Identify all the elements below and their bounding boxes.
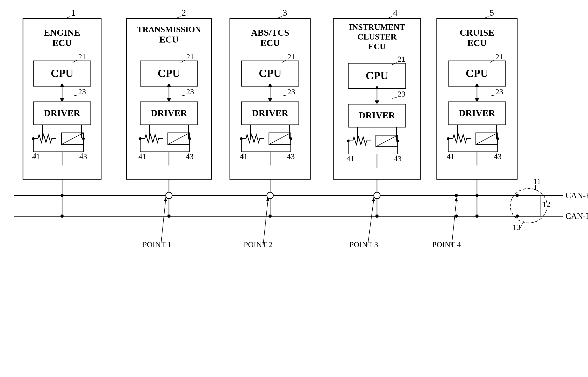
svg-line-22 [490,95,494,96]
ecu3-title1: ABS/TCS [251,27,289,38]
ecu1-canh-dot [60,194,64,197]
point3-label: POINT 3 [349,240,378,249]
ecu2-ref23: 23 [186,87,194,96]
ecu4-ref23: 23 [398,90,405,98]
ecu1-ref43: 43 [79,152,87,161]
ecu4-resistor [348,137,371,145]
svg-line-2 [73,95,77,96]
point3-arrow [368,201,374,245]
ecu3-title2: ECU [260,38,280,48]
can-h-label: CAN-H [565,191,588,200]
svg-line-12 [282,95,286,96]
ecu4-canl-dot [375,214,379,218]
ecu3-driver-label: DRIVER [252,108,288,118]
ecu5-ref21: 21 [495,52,503,61]
ref11-label: 11 [533,177,541,186]
ecu5-driver-label: DRIVER [459,108,495,118]
ecu1-ref41: 41 [32,152,40,161]
ecu2-cpu-label: CPU [158,67,180,79]
ecu4-res-dot-r [396,140,399,142]
svg-line-17 [392,97,397,98]
ecu3-resistor [241,134,264,142]
ecu3-ref41: 41 [240,152,247,161]
ecu4-arrow-up [375,85,379,89]
ecu5-title1: CRUISE [459,27,494,38]
ecu5-cpu-label: CPU [466,67,488,79]
ecu1-resistor [33,134,56,142]
ecu4-trans-diag [376,135,398,147]
ecu2-canl-dot [167,214,171,218]
ecu4-title3: ECU [368,42,386,51]
point4-arrowhead [455,197,458,201]
ecu1-canl-dot [60,214,64,218]
ecu3-arrow-up [268,83,272,87]
ecu5-canl-dot [475,214,479,218]
ecu5-ref: 5 [490,8,494,17]
point4-label: POINT 4 [432,240,461,249]
ecu2-ref41: 41 [138,152,146,161]
ecu4-title1: INSTRUMENT [349,23,405,32]
ecu5-arrow-up [475,83,479,87]
ecu4-ref21: 21 [398,55,405,63]
ecu5-ref23: 23 [495,87,503,96]
ecu5-res-dot-r [496,137,499,140]
ecu3-ref23: 23 [287,87,295,96]
ecu4-arrow-down [375,100,379,104]
point4-arrow [452,201,456,245]
ecu2-ref21: 21 [186,52,194,61]
ecu1-title2: ECU [52,38,72,48]
ecu5-trans-diag [476,133,498,144]
point4-canh-dot [455,194,458,197]
ecu1-ref23: 23 [78,87,86,96]
ecu2-trans-diag [168,133,190,144]
ecu4-ref43: 43 [394,154,401,163]
ecu2-title1: TRANSMISSION [137,25,201,34]
ecu1-title1: ENGINE [44,27,80,38]
ecu5-resistor [448,134,471,142]
ecu3-res-dot-r [289,137,292,140]
ecu5-ref43: 43 [494,152,502,161]
ecu2-driver-label: DRIVER [151,108,187,118]
ecu4-driver-label: DRIVER [359,110,395,120]
ecu3-trans-diag [269,133,291,144]
ecu5-title2: ECU [467,38,487,48]
ecu1-ref21: 21 [78,52,86,61]
point2-label: POINT 2 [244,240,272,249]
ecu1-res-dot-r [82,137,85,140]
ecu4-title2: CLUSTER [357,32,397,41]
ecu2-ref: 2 [182,8,186,17]
ecu2-ref43: 43 [186,152,194,161]
ecu2-canh-opencircle [166,192,172,199]
ecu3-ref: 3 [283,8,287,17]
ecu3-canl-dot [269,214,272,218]
ecu3-arrow-down [268,98,272,102]
point1-arrow [161,201,165,245]
ecu3-cpu-label: CPU [259,67,282,79]
svg-line-7 [181,95,185,96]
ecu4-ref41: 41 [346,154,354,163]
ecu2-title2: ECU [159,34,179,45]
ecu2-arrow-up [167,83,171,87]
ecu5-arrow-down [475,98,479,102]
can-l-label: CAN-L [565,212,588,221]
point4-canl-dot [455,214,458,218]
ecu1-trans-diag [62,133,83,144]
ecu2-arrow-down [167,98,171,102]
ecu5-canh-dot [475,194,479,197]
terminator-circle [510,188,547,223]
ecu4-canh-opencircle [374,192,380,199]
diagram-container: 1 ENGINE ECU 21 CPU 23 DRIVER 41 43 2 TR… [0,0,588,377]
point2-arrow [263,201,268,245]
ref13-label: 13 [513,223,520,232]
point1-label: POINT 1 [142,240,171,249]
ecu3-ref43: 43 [287,152,295,161]
ecu4-ref: 4 [393,8,398,17]
ecu1-ref: 1 [71,8,76,17]
ecu1-driver-label: DRIVER [44,108,81,118]
ref12-label: 12 [542,200,550,209]
ecu4-cpu-label: CPU [366,70,388,82]
ecu1-arrow-up [60,83,64,87]
ecu2-res-dot-r [188,137,191,140]
ecu1-arrow-down [60,98,64,102]
ecu5-ref41: 41 [447,152,454,161]
